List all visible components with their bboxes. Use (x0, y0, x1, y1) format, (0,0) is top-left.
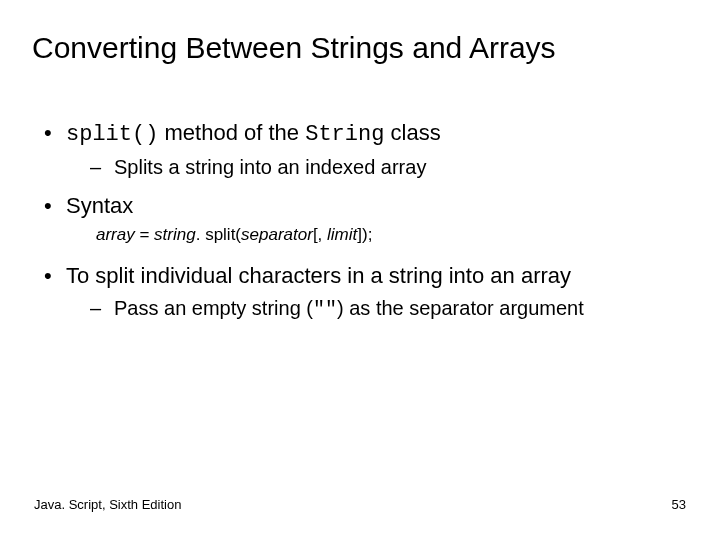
syntax-separator: separator (241, 225, 313, 244)
bullet-split-individual: To split individual characters in a stri… (38, 261, 690, 323)
sub-splits-string: Splits a string into an indexed array (66, 154, 690, 181)
slide-title: Converting Between Strings and Arrays (32, 30, 688, 66)
slide-body: split() method of the String class Split… (38, 118, 690, 333)
syntax-bracket-l: [, (313, 225, 327, 244)
syntax-bracket-r: ]); (357, 225, 372, 244)
syntax-array: array (96, 225, 135, 244)
code-string: String (305, 122, 384, 147)
sub-list-1: Splits a string into an indexed array (66, 154, 690, 181)
syntax-string: string (154, 225, 196, 244)
slide: Converting Between Strings and Arrays sp… (0, 0, 720, 540)
sub-pass-empty: Pass an empty string ("") as the separat… (66, 295, 690, 323)
syntax-dot: . (196, 225, 205, 244)
bullet-syntax-label: Syntax (66, 193, 133, 218)
bullet-syntax: Syntax array = string. split(separator[,… (38, 191, 690, 248)
code-split: split() (66, 122, 158, 147)
footer-book-title: Java. Script, Sixth Edition (34, 497, 181, 512)
code-empty-string: "" (313, 298, 337, 321)
bullet-split-individual-text: To split individual characters in a stri… (66, 263, 571, 288)
syntax-limit: limit (327, 225, 357, 244)
footer-page-number: 53 (672, 497, 686, 512)
sub-pass-empty-pre: Pass an empty string ( (114, 297, 313, 319)
bullet-split-method-text: split() method of the String class (66, 120, 441, 145)
text-mid1: method of the (158, 120, 305, 145)
text-tail: class (384, 120, 440, 145)
syntax-expression: array = string. split(separator[, limit]… (66, 224, 690, 247)
sub-pass-empty-post: ) as the separator argument (337, 297, 584, 319)
sub-list-3: Pass an empty string ("") as the separat… (66, 295, 690, 323)
syntax-split: split( (205, 225, 241, 244)
bullet-split-method: split() method of the String class Split… (38, 118, 690, 181)
bullet-list: split() method of the String class Split… (38, 118, 690, 323)
syntax-eq: = (135, 225, 154, 244)
